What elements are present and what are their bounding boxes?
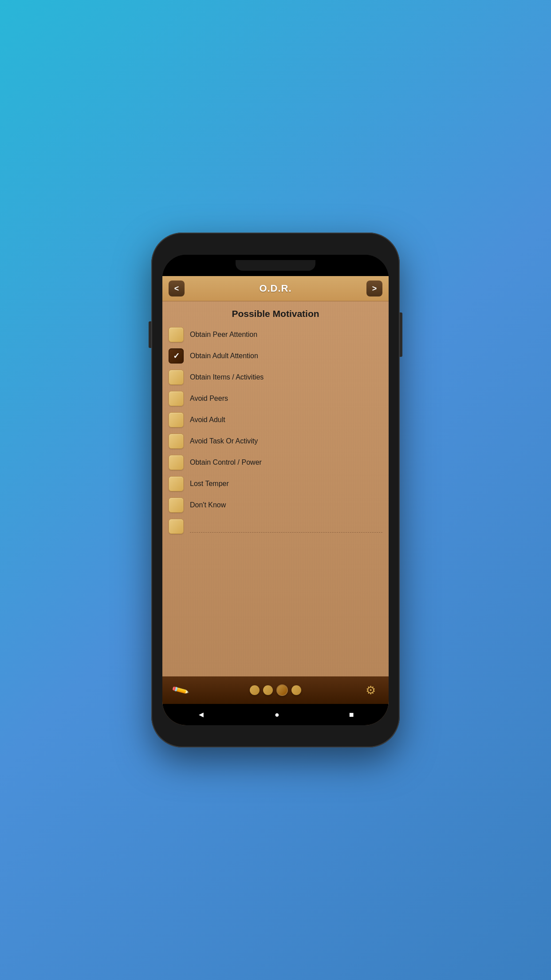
checkbox-label-obtain-adult-attention: Obtain Adult Attention (190, 352, 258, 360)
gear-icon: ⚙ (366, 684, 376, 697)
checkbox-item-obtain-control-power[interactable]: Obtain Control / Power (169, 455, 382, 470)
checkbox-box-avoid-adult[interactable] (169, 412, 184, 427)
phone-notch (162, 255, 389, 276)
checkbox-label-avoid-peers: Avoid Peers (190, 395, 228, 403)
checkbox-box-obtain-items-activities[interactable] (169, 370, 184, 385)
forward-icon: > (372, 285, 377, 292)
page-dot-dot-4[interactable] (291, 685, 301, 695)
checkbox-item-lost-temper[interactable]: Lost Temper (169, 476, 382, 491)
checkbox-item-avoid-adult[interactable]: Avoid Adult (169, 412, 382, 427)
checkbox-label-avoid-adult: Avoid Adult (190, 416, 225, 424)
checkbox-item-obtain-peer-attention[interactable]: Obtain Peer Attention (169, 327, 382, 342)
checkbox-box-avoid-peers[interactable] (169, 391, 184, 406)
checkbox-label-obtain-control-power: Obtain Control / Power (190, 458, 262, 466)
page-dots (250, 684, 301, 696)
power-button (400, 312, 402, 357)
checkbox-label-obtain-items-activities: Obtain Items / Activities (190, 373, 264, 381)
checkbox-label-avoid-task-activity: Avoid Task Or Activity (190, 437, 258, 445)
back-button[interactable]: < (169, 281, 185, 296)
checkmark-icon: ✓ (173, 351, 180, 361)
back-icon: < (174, 285, 179, 292)
header-title: O.D.R. (185, 283, 366, 294)
checkbox-item-avoid-task-activity[interactable]: Avoid Task Or Activity (169, 434, 382, 449)
checkbox-label-lost-temper: Lost Temper (190, 480, 229, 488)
notch-bar (236, 260, 315, 271)
android-recents-icon[interactable]: ■ (349, 710, 354, 719)
android-home-icon[interactable]: ● (275, 710, 279, 719)
checkbox-item-dont-know[interactable]: Don't Know (169, 498, 382, 513)
android-nav-bar: ◄ ● ■ (162, 704, 389, 725)
app-header: < O.D.R. > (162, 276, 389, 301)
custom-input[interactable] (190, 521, 382, 533)
checkbox-box-dont-know[interactable] (169, 498, 184, 513)
settings-button[interactable]: ⚙ (361, 681, 380, 699)
content-area: Possible Motivation Obtain Peer Attentio… (162, 301, 389, 676)
page-dot-dot-1[interactable] (250, 685, 260, 695)
android-back-icon[interactable]: ◄ (197, 710, 205, 719)
checkbox-list: Obtain Peer Attention✓Obtain Adult Atten… (169, 327, 382, 513)
page-title: Possible Motivation (169, 308, 382, 319)
volume-button (149, 321, 151, 348)
phone-frame: < O.D.R. > Possible Motivation Obtain Pe… (151, 233, 400, 747)
bottom-toolbar: ✏️ ⚙ (162, 676, 389, 704)
checkbox-item-obtain-adult-attention[interactable]: ✓Obtain Adult Attention (169, 348, 382, 364)
custom-checkbox[interactable] (169, 519, 184, 534)
phone-screen: < O.D.R. > Possible Motivation Obtain Pe… (162, 255, 389, 725)
pencil-icon: ✏️ (171, 681, 190, 700)
checkbox-label-dont-know: Don't Know (190, 501, 226, 509)
checkbox-box-lost-temper[interactable] (169, 476, 184, 491)
app-screen: < O.D.R. > Possible Motivation Obtain Pe… (162, 276, 389, 725)
page-dot-dot-2[interactable] (263, 685, 273, 695)
checkbox-item-avoid-peers[interactable]: Avoid Peers (169, 391, 382, 406)
checkbox-box-obtain-adult-attention[interactable]: ✓ (169, 348, 184, 364)
custom-item (169, 519, 382, 534)
edit-button[interactable]: ✏️ (171, 681, 190, 699)
page-dot-dot-3[interactable] (276, 684, 288, 696)
checkbox-item-obtain-items-activities[interactable]: Obtain Items / Activities (169, 370, 382, 385)
checkbox-box-obtain-control-power[interactable] (169, 455, 184, 470)
forward-button[interactable]: > (366, 281, 382, 296)
checkbox-label-obtain-peer-attention: Obtain Peer Attention (190, 331, 257, 339)
checkbox-box-avoid-task-activity[interactable] (169, 434, 184, 449)
checkbox-box-obtain-peer-attention[interactable] (169, 327, 184, 342)
